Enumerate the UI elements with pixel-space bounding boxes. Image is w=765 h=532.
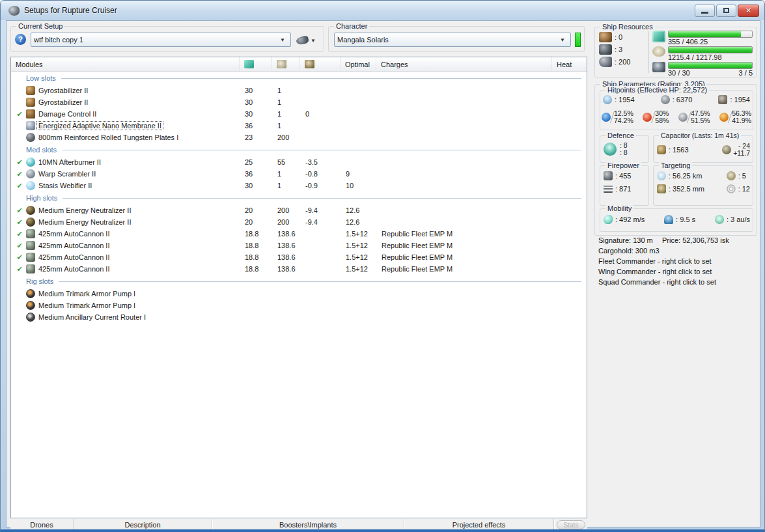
- defence-title: Defence: [605, 132, 636, 139]
- module-name[interactable]: Medium Trimark Armor Pump I: [37, 290, 137, 298]
- module-active-check-icon[interactable]: ✔: [15, 170, 24, 178]
- fleet-commander-text[interactable]: Fleet Commander - right click to set: [598, 257, 712, 265]
- module-powergrid: 1: [272, 110, 300, 118]
- module-row[interactable]: ✔Warp Scrambler II361-0.89: [11, 168, 587, 180]
- module-name[interactable]: 425mm AutoCannon II: [37, 242, 111, 249]
- module-name[interactable]: Energized Adaptive Nano Membrane II: [37, 122, 163, 130]
- module-name[interactable]: 425mm AutoCannon II: [37, 253, 111, 261]
- turret-hardpoints: : 0: [615, 33, 622, 41]
- character-combobox[interactable]: Mangala Solaris ▼: [334, 33, 571, 47]
- module-row[interactable]: Gyrostabilizer II301: [11, 96, 587, 108]
- capacitor-amount: : 1563: [669, 146, 689, 154]
- module-cpu: 25: [240, 158, 272, 166]
- module-row[interactable]: ✔10MN Afterburner II2555-3.5: [11, 156, 587, 168]
- module-active-check-icon[interactable]: ✔: [15, 158, 24, 167]
- module-name[interactable]: Gyrostabilizer II: [37, 87, 89, 94]
- module-charge: Republic Fleet EMP M: [376, 265, 552, 273]
- column-capacitor[interactable]: [300, 57, 341, 71]
- mobility-group: Mobility : 492 m/s : 9.5 s : 3 au/s: [600, 208, 753, 232]
- module-name[interactable]: 800mm Reinforced Rolled Tungsten Plates …: [37, 133, 180, 141]
- module-optimal: 12.6: [341, 218, 376, 226]
- module-row[interactable]: ✔425mm AutoCannon II18.8138.61.5+12Repub…: [11, 228, 587, 240]
- module-active-check-icon[interactable]: ✔: [15, 253, 24, 262]
- module-row[interactable]: ✔425mm AutoCannon II18.8138.61.5+12Repub…: [11, 263, 587, 275]
- column-modules[interactable]: Modules: [11, 57, 240, 71]
- module-active-check-icon[interactable]: ✔: [15, 218, 24, 227]
- module-name[interactable]: Medium Energy Neutralizer II: [37, 218, 132, 226]
- module-row[interactable]: Gyrostabilizer II301: [11, 85, 587, 96]
- module-name[interactable]: Medium Ancillary Current Router I: [37, 313, 147, 321]
- module-active-check-icon[interactable]: ✔: [15, 206, 24, 215]
- module-row[interactable]: Medium Trimark Armor Pump I: [11, 300, 587, 311]
- title-bar: Setups for Rupture Cruiser ✕: [1, 1, 764, 20]
- kinetic-resist-icon: [678, 113, 688, 122]
- module-row[interactable]: ✔Stasis Webifier II301-0.910: [11, 180, 587, 191]
- module-row[interactable]: 800mm Reinforced Rolled Tungsten Plates …: [11, 132, 587, 143]
- module-row[interactable]: ✔Medium Energy Neutralizer II20200-9.412…: [11, 204, 587, 216]
- module-name[interactable]: 10MN Afterburner II: [37, 158, 102, 166]
- module-active-check-icon[interactable]: ✔: [15, 265, 24, 273]
- module-active-check-icon[interactable]: ✔: [15, 110, 24, 119]
- module-cap-use: -9.4: [300, 218, 341, 226]
- module-row[interactable]: Medium Ancillary Current Router I: [11, 311, 587, 323]
- module-name[interactable]: Damage Control II: [37, 110, 98, 118]
- module-row[interactable]: Medium Trimark Armor Pump I: [11, 288, 587, 300]
- app-icon: [8, 6, 20, 16]
- powergrid-text: 1215.4 / 1217.98: [668, 53, 753, 61]
- module-name[interactable]: Stasis Webifier II: [37, 182, 93, 189]
- column-optimal[interactable]: Optimal: [341, 57, 376, 71]
- module-active-check-icon[interactable]: ✔: [15, 230, 24, 238]
- setup-combobox[interactable]: wtf bitch copy 1 ▼: [31, 33, 291, 47]
- sensor-strength-icon: [727, 184, 736, 193]
- maximize-button[interactable]: [716, 5, 736, 17]
- squad-commander-text[interactable]: Squad Commander - right click to set: [598, 278, 716, 286]
- module-name[interactable]: 425mm AutoCannon II: [37, 265, 111, 273]
- module-row[interactable]: ✔425mm AutoCannon II18.8138.61.5+12Repub…: [11, 251, 587, 263]
- capacitor-title: Capacitor (Lasts: 1m 41s): [659, 132, 741, 139]
- tab-boosters-implants[interactable]: Boosters\Implants: [212, 519, 404, 530]
- module-type-icon: [26, 181, 35, 190]
- column-powergrid[interactable]: [272, 57, 300, 71]
- defence-value-2: : 8: [620, 149, 628, 156]
- module-rows: Low slotsGyrostabilizer II301Gyrostabili…: [11, 72, 587, 518]
- minimize-button[interactable]: [695, 5, 715, 17]
- tab-projected-effects[interactable]: Projected effects: [404, 519, 554, 530]
- module-row[interactable]: ✔Damage Control II3010: [11, 108, 587, 120]
- module-optimal: 1.5+12: [341, 230, 376, 238]
- module-name[interactable]: Medium Energy Neutralizer II: [37, 206, 132, 214]
- ship-resources-title: Ship Resources: [600, 23, 655, 31]
- module-name[interactable]: Medium Trimark Armor Pump I: [37, 301, 137, 309]
- module-active-check-icon[interactable]: ✔: [15, 182, 24, 190]
- volley-icon: [604, 184, 613, 193]
- module-charge: Republic Fleet EMP M: [376, 253, 552, 261]
- stats-button[interactable]: Stats: [557, 520, 585, 529]
- character-value: Mangala Solaris: [337, 36, 557, 44]
- module-active-check-icon[interactable]: ✔: [15, 242, 24, 250]
- module-row[interactable]: Energized Adaptive Nano Membrane II361: [11, 120, 587, 132]
- cap-delta-recharge: +11.7: [733, 150, 750, 157]
- defence-group: Defence : 8 : 8: [600, 135, 649, 163]
- module-name[interactable]: 425mm AutoCannon II: [37, 230, 111, 238]
- capacitor-icon: [657, 145, 666, 154]
- ship-menu-button[interactable]: ▼: [296, 34, 316, 47]
- help-icon[interactable]: ?: [15, 34, 26, 45]
- module-row[interactable]: ✔425mm AutoCannon II18.8138.61.5+12Repub…: [11, 240, 587, 251]
- module-cpu: 18.8: [240, 253, 272, 261]
- wing-commander-text[interactable]: Wing Commander - right click to set: [598, 268, 712, 275]
- module-name[interactable]: Gyrostabilizer II: [37, 98, 89, 106]
- tab-description[interactable]: Description: [74, 519, 212, 530]
- module-name[interactable]: Warp Scrambler II: [37, 170, 97, 178]
- module-cpu: 18.8: [240, 265, 272, 273]
- column-charges[interactable]: Charges: [376, 57, 552, 71]
- armor-hp: : 6370: [673, 96, 693, 104]
- module-type-icon: [26, 169, 35, 178]
- tab-drones[interactable]: Drones: [10, 519, 74, 530]
- chevron-down-icon[interactable]: ▼: [277, 37, 288, 43]
- column-cpu[interactable]: [240, 57, 272, 71]
- chevron-down-icon[interactable]: ▼: [557, 37, 568, 43]
- module-type-icon: [26, 313, 35, 322]
- column-heat[interactable]: Heat: [552, 57, 587, 71]
- current-setup-group: Current Setup ? wtf bitch copy 1 ▼ ▼: [10, 26, 324, 52]
- close-button[interactable]: ✕: [738, 5, 759, 17]
- module-row[interactable]: ✔Medium Energy Neutralizer II20200-9.412…: [11, 216, 587, 228]
